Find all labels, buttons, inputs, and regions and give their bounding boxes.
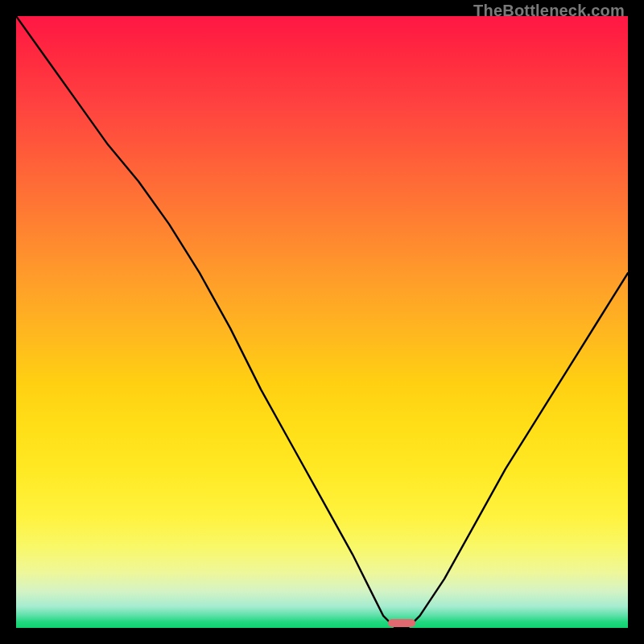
plot-area: [16, 16, 628, 628]
outer-frame: TheBottleneck.com: [0, 0, 644, 644]
bottleneck-curve: [16, 16, 628, 628]
optimal-marker: [388, 619, 415, 627]
